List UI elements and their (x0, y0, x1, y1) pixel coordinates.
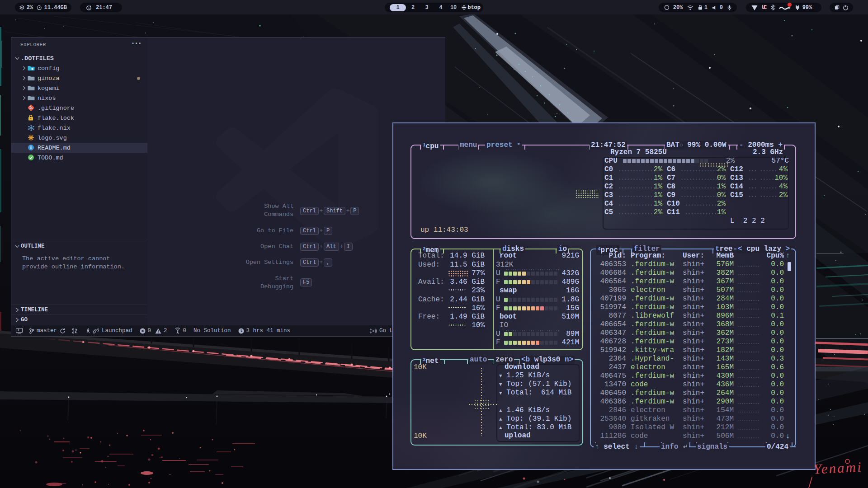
svg-text:Yenami: Yenami (813, 459, 863, 477)
